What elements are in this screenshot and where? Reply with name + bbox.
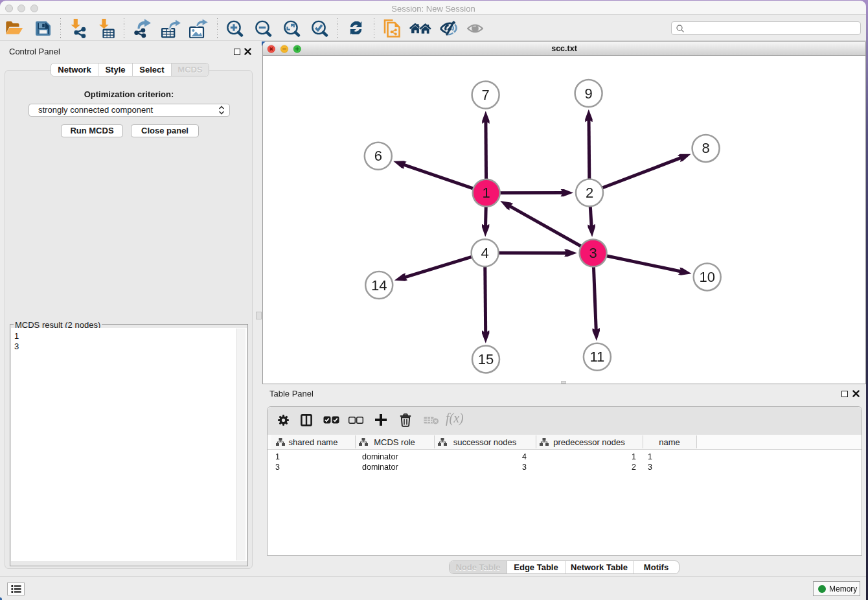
svg-text:6: 6	[374, 148, 382, 164]
svg-text:4: 4	[481, 245, 488, 261]
svg-text:15: 15	[478, 351, 494, 367]
svg-text:8: 8	[702, 140, 709, 156]
svg-text:2: 2	[586, 185, 593, 201]
svg-text:1: 1	[483, 185, 490, 201]
svg-text:14: 14	[371, 277, 387, 294]
svg-text:10: 10	[699, 269, 714, 285]
svg-text:9: 9	[584, 86, 592, 102]
svg-text:7: 7	[481, 87, 489, 103]
svg-text:3: 3	[589, 245, 597, 261]
svg-text:11: 11	[589, 349, 604, 365]
